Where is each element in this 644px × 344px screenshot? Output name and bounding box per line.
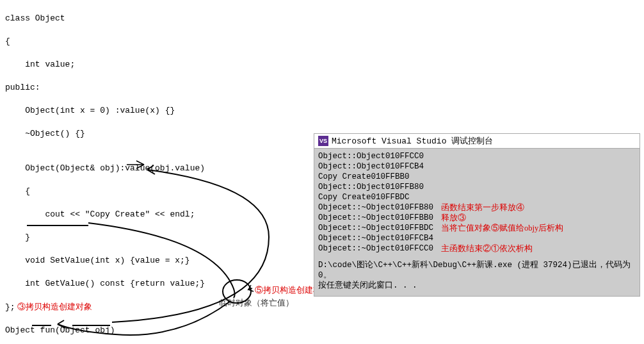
console-body: Object::Object010FFCC0 Object::Object010… — [314, 149, 640, 296]
console-output: Copy Create010FFBDC — [318, 192, 410, 202]
console-output: Objecet::~Object010FFCC0 — [318, 243, 433, 254]
console-output: Object::Object010FFCB4 — [318, 161, 424, 172]
console-title-bar: VS Microsoft Visual Studio 调试控制台 — [314, 134, 640, 149]
code-line: ~Object() {} — [5, 128, 300, 140]
annotation-3: ③拷贝构造创建对象 — [15, 302, 92, 311]
console-output: Objecet::~Object010FFCB4 — [318, 233, 433, 243]
console-output: Copy Create010FFBB0 — [318, 172, 410, 182]
console-output: Object::Object010FFB80 — [318, 182, 424, 192]
console-note: 释放③ — [441, 213, 466, 223]
code-line: Object fun(Object obj) — [5, 325, 300, 336]
code-line: { — [5, 36, 300, 47]
console-note: 当将亡值对象⑤赋值给objy后析构 — [441, 223, 563, 233]
code-line: public: — [5, 82, 300, 94]
code-line: cout << "Copy Create" << endl; — [5, 209, 300, 220]
console-output: Objecet::~Object010FFB80 — [318, 202, 433, 213]
code-line: void SetValue(int x) {value = x;} — [5, 255, 300, 266]
code-line: } — [5, 232, 300, 243]
console-title-text: Microsoft Visual Studio 调试控制台 — [332, 135, 493, 147]
console-note: 函数结束第一步释放④ — [441, 202, 524, 213]
code-line: Object(int x = 0) :value(x) {} — [5, 105, 300, 117]
console-output: Objecet::~Object010FFBB0 — [318, 213, 433, 223]
code-line: { — [5, 186, 300, 197]
vs-icon: VS — [318, 136, 328, 146]
console-output: Object::Object010FFCC0 — [318, 151, 424, 161]
code-line: class Object — [5, 13, 300, 24]
console-exit-line: D:\code\图论\C++\C++新科\Debug\C++新课.exe (进程… — [318, 260, 636, 281]
debug-console-window: VS Microsoft Visual Studio 调试控制台 Object:… — [314, 133, 640, 297]
code-line: Object(Object& obj):value(obj.value) — [5, 163, 300, 174]
console-note: 主函数结束②①依次析构 — [441, 243, 533, 254]
console-prompt-line: 按任意键关闭此窗口. . . — [318, 281, 636, 291]
console-footer: D:\code\图论\C++\C++新科\Debug\C++新课.exe (进程… — [318, 260, 636, 291]
code-line: int value; — [5, 59, 300, 70]
console-output: Objecet::~Object010FFBDC — [318, 223, 433, 233]
temp-object-note: 临时对象（将亡值） — [219, 297, 294, 309]
